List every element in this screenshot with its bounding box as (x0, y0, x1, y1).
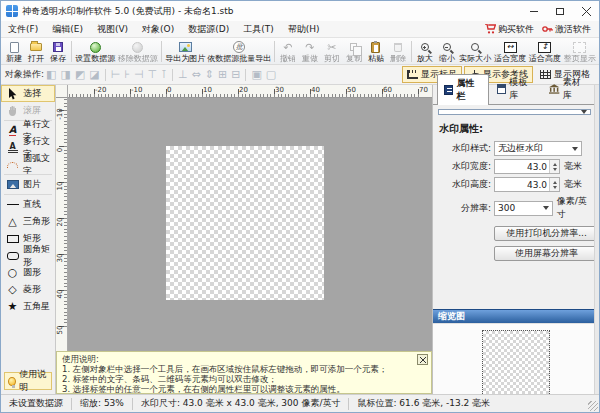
resize-grip[interactable] (588, 401, 598, 411)
new-document-icon (10, 42, 19, 53)
batch-export-button[interactable]: 批依数据源批量导出 (206, 39, 272, 64)
v-ruler-label: 0 (56, 142, 64, 158)
tool-image[interactable]: 图片 (1, 176, 55, 193)
tab-templates[interactable]: 模板库 (490, 73, 542, 104)
menu-view[interactable]: 视图(V) (90, 21, 135, 37)
watermark-height-input[interactable]: 43.0 (494, 177, 560, 192)
resolution-select[interactable]: 300 (494, 201, 553, 216)
activate-software-button[interactable]: 激活软件 (542, 23, 591, 36)
menu-object[interactable]: 对象(O) (135, 21, 181, 37)
status-watermark-size: 水印尺寸: 43.0 毫米 x 43.0 毫米, 300 像素/英寸 (133, 398, 350, 410)
fit-width-button[interactable]: ↔适合宽度 (493, 39, 528, 64)
batch-export-icon: 批 (233, 41, 245, 53)
width-unit: 毫米 (564, 160, 582, 173)
full-page-icon (573, 42, 586, 53)
star-icon: ★ (6, 301, 19, 312)
send-backward-icon: ◪ (87, 69, 101, 80)
tool-arc-text[interactable]: 圆弧文字 (1, 156, 55, 173)
align-bottom-icon: ⊥ (176, 69, 190, 80)
open-button[interactable]: 打开 (25, 39, 47, 64)
canvas-zone: -20 -10 0 10 20 30 40 50 60 70 -10 0 10 … (56, 85, 432, 351)
minimize-button[interactable] (521, 1, 547, 21)
new-button[interactable]: 新建 (3, 39, 25, 64)
tab-properties[interactable]: 属性栏 (437, 74, 489, 105)
tool-star[interactable]: ★ 五角星 (1, 298, 55, 315)
menu-edit[interactable]: 编辑(E) (45, 21, 90, 37)
toolbar-separator (105, 69, 106, 81)
export-image-button[interactable]: 导出为图片 (164, 39, 206, 64)
align-right-icon: ⊣ (132, 69, 146, 80)
status-mouse-position: 鼠标位置: 61.6 毫米, -13.2 毫米 (349, 398, 498, 410)
h-ruler-label: 50 (347, 86, 356, 94)
thumbnail-preview[interactable] (482, 330, 550, 398)
tool-triangle[interactable]: △ 三角形 (1, 213, 55, 230)
group-icon: ▣ (249, 69, 263, 80)
undo-button: ↶撤销 (277, 39, 299, 64)
status-datasource: 未设置数据源 (1, 398, 72, 410)
rounded-rectangle-icon (7, 252, 19, 260)
ruler-icon (407, 70, 418, 79)
maximize-button[interactable] (547, 1, 573, 21)
ungroup-icon: ▢ (264, 69, 278, 80)
diamond-icon: ◇ (6, 284, 19, 295)
close-button[interactable] (573, 1, 599, 21)
close-icon (582, 7, 591, 16)
tool-line[interactable]: 直线 (1, 196, 55, 213)
tool-rounded-rectangle[interactable]: 圆角矩形 (1, 247, 55, 264)
tool-circle[interactable]: ○ 圆形 (1, 264, 55, 281)
chevron-down-icon (581, 110, 587, 114)
usage-notice: 使用说明: 1. 左侧对象栏中选择一个工具后，在画布区域按住鼠标左键拖动，即可添… (56, 351, 432, 394)
h-ruler-label: -10 (131, 86, 142, 94)
circle-icon: ○ (6, 267, 19, 278)
spinner-buttons[interactable] (549, 160, 559, 173)
tab-materials[interactable]: 素材库 (542, 73, 595, 104)
element-selector-dropdown[interactable] (438, 109, 591, 115)
style-label: 水印样式: (433, 142, 491, 155)
v-ruler-label: -10 (56, 106, 64, 122)
v-ruler-label: 30 (56, 250, 64, 266)
palette-separator (4, 174, 52, 175)
menu-tools[interactable]: 工具(T) (236, 21, 281, 37)
window-title: 神奇透明水印制作软件 5.0 (免费试用) - 未命名1.stb (22, 5, 234, 18)
status-bar: 未设置数据源 缩放: 53% 水印尺寸: 43.0 毫米 x 43.0 毫米, … (1, 394, 599, 412)
save-button[interactable]: 保存 (47, 39, 69, 64)
close-icon (420, 357, 426, 363)
watermark-width-input[interactable]: 43.0 (494, 159, 560, 174)
panel-scrollbar[interactable] (594, 85, 599, 394)
fit-height-button[interactable]: ↕适合高度 (527, 39, 562, 64)
full-page-button: 整页显示 (562, 39, 597, 64)
menu-datasource[interactable]: 数据源(D) (181, 21, 236, 37)
watermark-canvas-area[interactable] (166, 146, 324, 300)
usage-help-button[interactable]: 使用说明 (4, 372, 52, 390)
vertical-ruler: -10 0 10 20 30 40 50 (56, 98, 68, 351)
canvas-column: -20 -10 0 10 20 30 40 50 60 70 -10 0 10 … (56, 85, 432, 394)
actual-size-button[interactable]: 实际大小 (458, 39, 493, 64)
notice-line-2: 2. 标签中的文字、条码、二维码等元素均可以双击修改； (62, 374, 413, 384)
status-zoom: 缩放: 53% (72, 398, 133, 410)
use-printer-resolution-button[interactable]: 使用打印机分辨率... (494, 226, 599, 241)
equal-width-icon: ⇔ (190, 69, 203, 80)
dpi-label: 分辨率: (433, 202, 491, 215)
app-window: 神奇透明水印制作软件 5.0 (免费试用) - 未命名1.stb 文件(F) 编… (0, 0, 600, 413)
spinner-buttons[interactable] (549, 178, 559, 191)
menu-bar: 文件(F) 编辑(E) 视图(V) 对象(O) 数据源(D) 工具(T) 帮助(… (1, 21, 599, 38)
chevron-down-icon (572, 147, 578, 151)
use-screen-resolution-button[interactable]: 使用屏幕分辨率 (494, 246, 599, 261)
menu-help[interactable]: 帮助(H) (281, 21, 327, 37)
save-icon (53, 42, 63, 52)
menu-file[interactable]: 文件(F) (1, 21, 45, 37)
toolbar-separator (245, 69, 246, 81)
design-canvas[interactable] (68, 98, 432, 351)
set-datasource-button[interactable]: 设置数据源 (74, 39, 116, 64)
toolbar-separator (71, 41, 72, 62)
paste-button[interactable]: 粘贴 (365, 39, 387, 64)
tool-diamond[interactable]: ◇ 菱形 (1, 281, 55, 298)
h-ruler-label: 70 (419, 86, 428, 94)
undo-icon: ↶ (283, 41, 292, 53)
zoom-in-button[interactable]: 放大 (414, 39, 436, 64)
notice-close-button[interactable] (417, 354, 428, 365)
buy-software-button[interactable]: 购买软件 (485, 23, 534, 36)
tool-select[interactable]: 选择 (1, 85, 55, 102)
zoom-out-button[interactable]: 缩小 (436, 39, 458, 64)
watermark-style-select[interactable]: 无边框水印 (494, 141, 582, 156)
